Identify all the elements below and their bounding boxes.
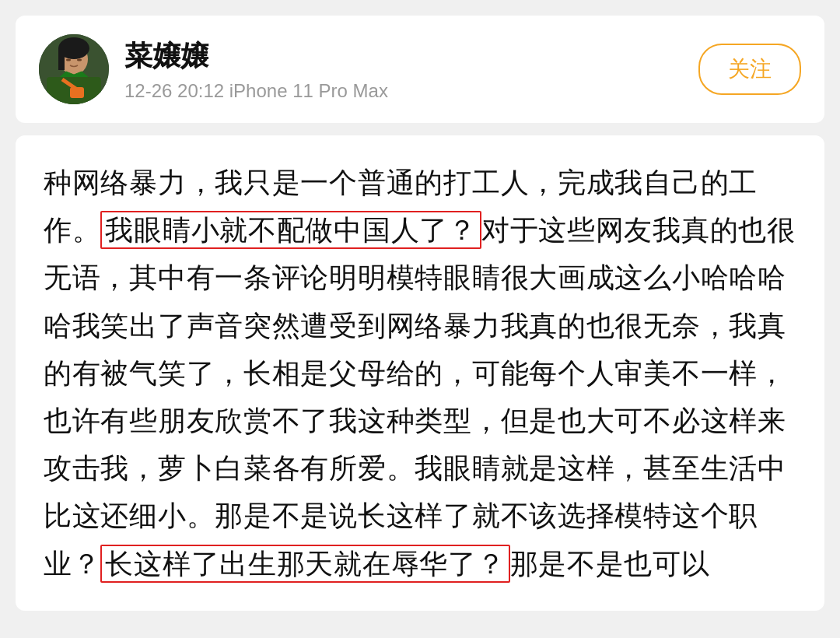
svg-point-7 (66, 59, 71, 61)
highlight-text-1: 我眼睛小就不配做中国人了？ (100, 211, 481, 249)
post-meta: 12-26 20:12 iPhone 11 Pro Max (124, 80, 388, 102)
highlight-text-2: 长这样了出生那天就在辱华了？ (100, 545, 509, 583)
svg-rect-6 (58, 48, 65, 70)
follow-button[interactable]: 关注 (698, 44, 801, 95)
avatar (39, 34, 109, 104)
text-after-highlight1: 对于这些网友我真的也很无语，其中有一条评论明明模特眼睛很大画成这么小哈哈哈哈我笑… (44, 214, 796, 579)
svg-rect-3 (70, 87, 84, 98)
header-card: 菜嬢嬢 12-26 20:12 iPhone 11 Pro Max 关注 (16, 16, 824, 123)
text-after-highlight2: 那是不是也可以 (510, 548, 710, 580)
user-info: 菜嬢嬢 12-26 20:12 iPhone 11 Pro Max (124, 37, 388, 102)
content-card: 种网络暴力，我只是一个普通的打工人，完成我自己的工作。我眼睛小就不配做中国人了？… (16, 135, 824, 611)
header-left: 菜嬢嬢 12-26 20:12 iPhone 11 Pro Max (39, 34, 388, 104)
post-content: 种网络暴力，我只是一个普通的打工人，完成我自己的工作。我眼睛小就不配做中国人了？… (44, 159, 796, 587)
username: 菜嬢嬢 (124, 37, 388, 75)
svg-point-8 (77, 59, 82, 61)
